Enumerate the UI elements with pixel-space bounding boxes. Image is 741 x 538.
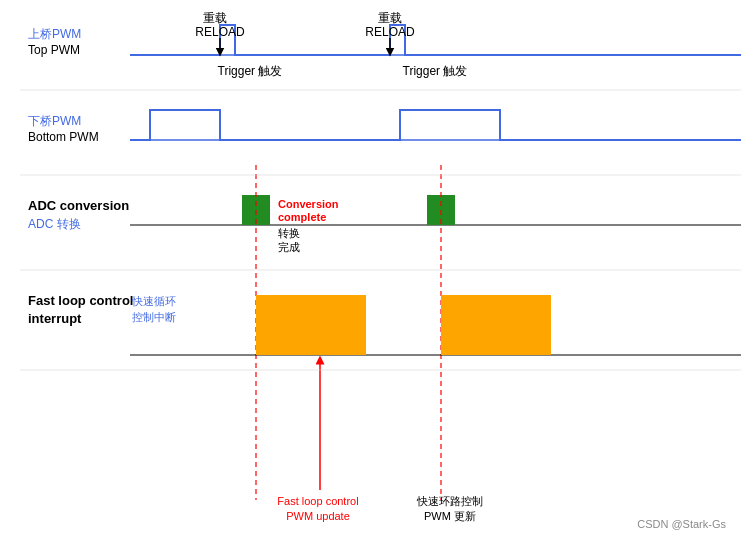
bottom-pwm-cn-label: 下桥PWM: [28, 114, 81, 128]
conversion-complete-cn: 转换: [278, 227, 300, 239]
timing-diagram: 上桥PWM Top PWM 重载 RELOAD 重载 RELOAD Trigge…: [20, 10, 741, 538]
watermark: CSDN @Stark-Gs: [637, 518, 726, 530]
trigger-label-2: Trigger 触发: [403, 64, 468, 78]
top-pwm-cn-label: 上桥PWM: [28, 27, 81, 41]
fastloop-cn-label: 快速循环: [131, 295, 176, 307]
fastloop-cn-label2: 控制中断: [132, 311, 176, 323]
reload-en-label-2: RELOAD: [365, 25, 415, 39]
fastloop-pulse-2: [441, 295, 551, 355]
fastloop-en-label: Fast loop control: [28, 293, 133, 308]
adc-en-label: ADC conversion: [28, 198, 129, 213]
fast-loop-pwm-en-label2: PWM update: [286, 510, 350, 522]
diagram-container: 上桥PWM Top PWM 重载 RELOAD 重载 RELOAD Trigge…: [0, 0, 741, 538]
fast-loop-pwm-en-label: Fast loop control: [277, 495, 358, 507]
bottom-pwm-en-label: Bottom PWM: [28, 130, 99, 144]
fastloop-pulse-1: [256, 295, 366, 355]
conversion-complete-cn2: 完成: [278, 241, 300, 253]
conversion-complete-en: Conversion: [278, 198, 339, 210]
conversion-complete-en2: complete: [278, 211, 326, 223]
trigger-label-1: Trigger 触发: [218, 64, 283, 78]
reload-en-label-1: RELOAD: [195, 25, 245, 39]
reload-label-1: 重载: [203, 11, 227, 25]
fast-loop-pwm-cn-label2: PWM 更新: [424, 510, 476, 522]
fast-loop-pwm-cn-label: 快速环路控制: [416, 495, 483, 507]
fastloop-en-label2: interrupt: [28, 311, 82, 326]
adc-cn-label: ADC 转换: [28, 217, 81, 231]
top-pwm-en-label: Top PWM: [28, 43, 80, 57]
reload-label-2: 重载: [378, 11, 402, 25]
